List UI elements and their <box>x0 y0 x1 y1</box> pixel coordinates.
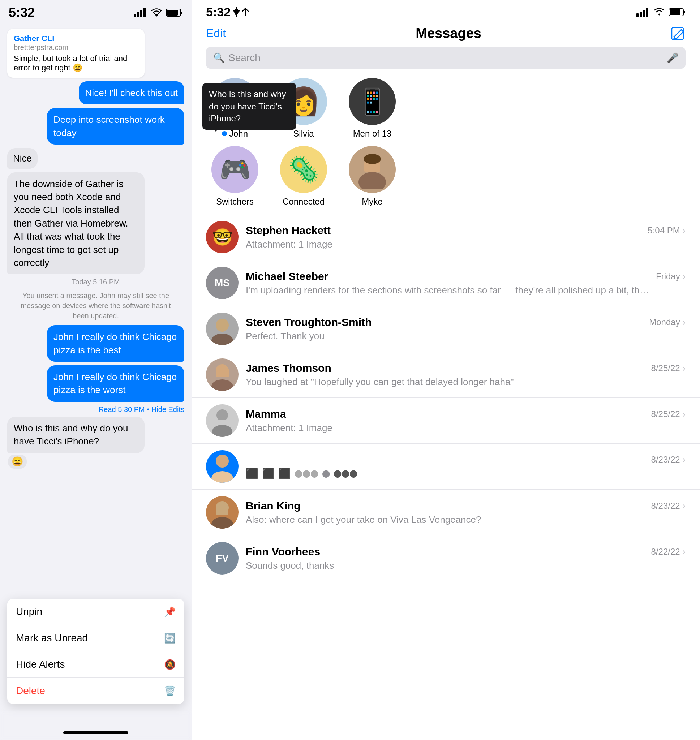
unknown-content: 8/23/22 › ⬛ ⬛ ⬛ ⬤⬤⬤ ⬤ ⬤⬤⬤ <box>246 454 685 480</box>
bubble-chicago-best: John I really do think Chicago pizza is … <box>47 325 184 362</box>
bubble-ticci: Who is this and why do you have Ticci's … <box>7 417 144 453</box>
stephen-content: Stephen Hackett 5:04 PM › Attachment: 1 … <box>246 225 685 250</box>
pinned-switchers[interactable]: 🎮 Switchers <box>206 146 264 207</box>
hide-edits-link[interactable]: Hide Edits <box>151 405 184 413</box>
svg-rect-24 <box>216 369 229 377</box>
michael-name: Michael Steeber <box>246 270 328 283</box>
stephen-name: Stephen Hackett <box>246 225 331 237</box>
search-input[interactable]: Search <box>228 52 663 63</box>
right-battery-icon <box>669 8 685 17</box>
message-list: 🤓 Stephen Hackett 5:04 PM › Attachment: … <box>191 214 700 740</box>
pinned-myke[interactable]: Myke <box>343 146 401 207</box>
bubble-chicago-best-wrapper: John I really do think Chicago pizza is … <box>7 325 184 362</box>
svg-rect-9 <box>646 7 649 17</box>
unknown-avatar <box>206 450 238 483</box>
gather-url: brettterpstra.com <box>14 43 138 52</box>
switchers-name: Switchers <box>216 197 254 207</box>
connected-name: Connected <box>282 197 325 207</box>
myke-avatar <box>349 146 396 193</box>
right-panel: 5:32 <box>191 0 700 740</box>
stephen-avatar: 🤓 <box>206 221 238 253</box>
finn-preview: Sounds good, thanks <box>246 560 334 571</box>
james-chevron: › <box>682 363 685 374</box>
context-hide-alerts[interactable]: Hide Alerts 🔕 <box>7 652 184 678</box>
connected-avatar: 🦠 <box>280 146 327 193</box>
search-bar[interactable]: 🔍 Search 🎤 <box>206 47 685 69</box>
msg-row-brian[interactable]: Brian King 8/23/22 › Also: where can I g… <box>191 490 700 536</box>
delete-label: Delete <box>16 685 45 697</box>
edit-button[interactable]: Edit <box>206 27 226 40</box>
signal-icon <box>134 8 147 17</box>
msg-row-stephen[interactable]: 🤓 Stephen Hackett 5:04 PM › Attachment: … <box>191 214 700 260</box>
right-signal-icon <box>637 7 649 17</box>
svg-point-19 <box>363 154 381 164</box>
left-panel: 5:32 Gather CLI brettterps <box>0 0 191 740</box>
microphone-icon[interactable]: 🎤 <box>667 52 678 63</box>
msg-row-michael[interactable]: MS Michael Steeber Friday › I'm uploadin… <box>191 260 700 306</box>
bubble-chicago-worst-wrapper: John I really do think Chicago pizza is … <box>7 365 184 402</box>
msg-row-steven[interactable]: Steven Troughton-Smith Monday › Perfect.… <box>191 306 700 352</box>
compose-icon[interactable] <box>671 27 685 40</box>
mamma-avatar <box>206 404 238 437</box>
unpin-icon: 📌 <box>164 606 176 618</box>
context-mark-unread[interactable]: Mark as Unread 🔄 <box>7 625 184 652</box>
steven-name: Steven Troughton-Smith <box>246 316 372 329</box>
bubble-downside: The downside of Gather is you need both … <box>7 172 144 275</box>
svg-rect-31 <box>216 505 228 515</box>
reaction-emoji: 😄 <box>7 454 28 469</box>
brian-chevron: › <box>682 500 685 512</box>
right-status-bar: 5:32 <box>191 0 700 22</box>
msg-row-mamma[interactable]: Mamma 8/25/22 › Attachment: 1 Image <box>191 398 700 444</box>
myke-name: Myke <box>362 197 382 207</box>
msg-row-unknown[interactable]: 8/23/22 › ⬛ ⬛ ⬛ ⬤⬤⬤ ⬤ ⬤⬤⬤ <box>191 444 700 490</box>
bubble-nice-small-wrapper: Nice <box>7 148 184 168</box>
left-status-icons <box>134 8 183 17</box>
right-time: 5:32 <box>206 5 249 19</box>
james-preview: You laughed at "Hopefully you can get th… <box>246 376 514 387</box>
context-unpin[interactable]: Unpin 📌 <box>7 599 184 625</box>
silvia-name: Silvia <box>293 129 314 139</box>
stephen-time: 5:04 PM › <box>648 225 685 236</box>
svg-rect-7 <box>640 12 642 17</box>
finn-chevron: › <box>682 546 685 558</box>
michael-avatar: MS <box>206 267 238 299</box>
michael-preview: I'm uploading renders for the sections w… <box>246 285 649 295</box>
delete-icon: 🗑️ <box>164 686 176 697</box>
bubble-deep-wrapper: Deep into screenshot work today <box>7 108 184 145</box>
svg-point-26 <box>212 425 232 437</box>
pinned-connected[interactable]: 🦠 Connected <box>275 146 332 207</box>
finn-avatar: FV <box>206 542 238 574</box>
switchers-avatar: 🎮 <box>212 146 258 193</box>
steven-avatar <box>206 313 238 345</box>
unknown-chevron: › <box>682 454 685 465</box>
msg-row-james[interactable]: James Thomson 8/25/22 › You laughed at "… <box>191 352 700 398</box>
pinned-row-2: 🎮 Switchers 🦠 Connected Myke <box>191 146 700 214</box>
svg-rect-5 <box>167 10 178 16</box>
pinned-men13[interactable]: 📱 Men of 13 <box>343 78 401 139</box>
wifi-icon <box>150 8 163 17</box>
msg-row-finn[interactable]: FV Finn Voorhees 8/22/22 › Sounds good, … <box>191 536 700 581</box>
brian-time: 8/23/22 › <box>651 500 685 512</box>
steven-time: Monday › <box>649 317 685 328</box>
svg-rect-2 <box>140 10 143 17</box>
search-icon: 🔍 <box>213 52 225 63</box>
svg-point-21 <box>212 333 233 345</box>
svg-rect-6 <box>637 13 638 17</box>
gather-link-bubble: Gather CLI brettterpstra.com Simple, but… <box>7 29 144 78</box>
unpin-label: Unpin <box>16 606 42 618</box>
finn-content: Finn Voorhees 8/22/22 › Sounds good, tha… <box>246 546 685 571</box>
svg-point-20 <box>216 319 229 332</box>
steven-chevron: › <box>682 317 685 328</box>
svg-point-25 <box>216 410 228 421</box>
context-delete[interactable]: Delete 🗑️ <box>7 678 184 704</box>
brian-avatar <box>206 496 238 529</box>
timestamp-label: Today 5:16 PM <box>7 278 184 286</box>
hide-alerts-icon: 🔕 <box>164 659 176 670</box>
michael-content: Michael Steeber Friday › I'm uploading r… <box>246 270 685 296</box>
svg-rect-0 <box>134 14 136 17</box>
context-menu: Unpin 📌 Mark as Unread 🔄 Hide Alerts 🔕 D… <box>7 599 184 704</box>
svg-rect-11 <box>670 9 681 15</box>
mamma-content: Mamma 8/25/22 › Attachment: 1 Image <box>246 408 685 433</box>
reaction-wrapper: 😄 <box>7 454 28 469</box>
men13-name: Men of 13 <box>353 129 392 139</box>
